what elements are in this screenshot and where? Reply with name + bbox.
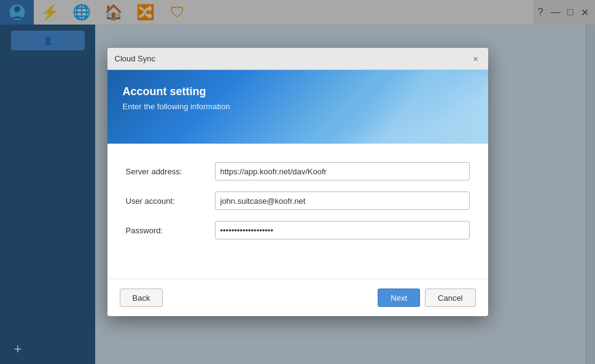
cloud-sync-dialog: Cloud Sync × Account setting Enter the f… [107,48,488,316]
user-account-row: User account: [126,192,470,210]
next-button[interactable]: Next [378,288,420,307]
modal-title: Cloud Sync [115,54,155,63]
password-row: Password: [126,221,470,239]
modal-header: Account setting Enter the following info… [107,70,488,144]
server-address-label: Server address: [126,167,215,176]
modal-close-button[interactable]: × [471,54,481,64]
modal-header-title: Account setting [123,85,473,98]
modal-backdrop: Cloud Sync × Account setting Enter the f… [0,0,595,364]
cancel-button[interactable]: Cancel [425,288,475,307]
modal-footer: Back Next Cancel [107,279,488,316]
footer-right-buttons: Next Cancel [378,288,475,307]
server-address-row: Server address: [126,162,470,180]
modal-header-subtitle: Enter the following information [123,102,473,111]
user-account-input[interactable] [215,192,470,210]
server-address-input[interactable] [215,162,470,180]
modal-titlebar: Cloud Sync × [107,48,488,70]
password-input[interactable] [215,221,470,239]
user-account-label: User account: [126,196,215,206]
password-label: Password: [126,226,215,235]
modal-body: Server address: User account: Password: [107,144,488,279]
back-button[interactable]: Back [120,288,163,307]
